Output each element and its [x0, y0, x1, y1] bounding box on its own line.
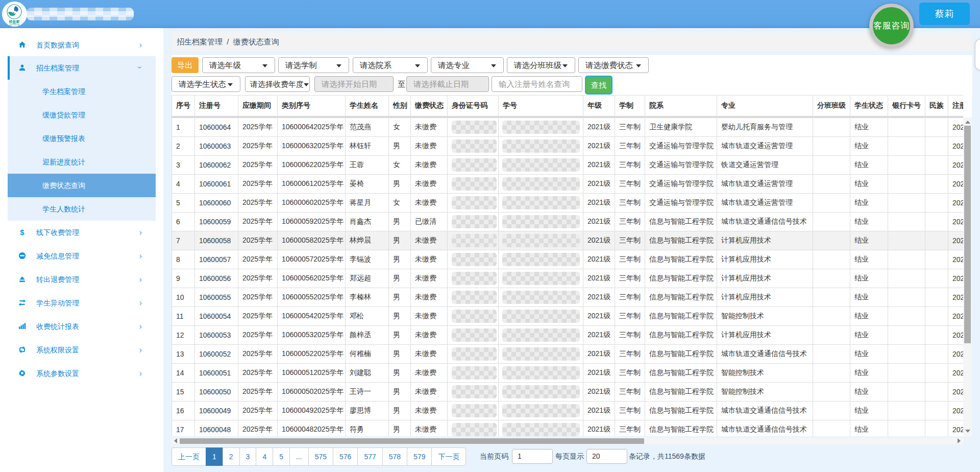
svg-text:$: $: [20, 228, 24, 236]
svg-text:XIAOYINGJIA: XIAOYINGJIA: [9, 24, 20, 26]
svg-text:校盈家: 校盈家: [9, 19, 20, 24]
